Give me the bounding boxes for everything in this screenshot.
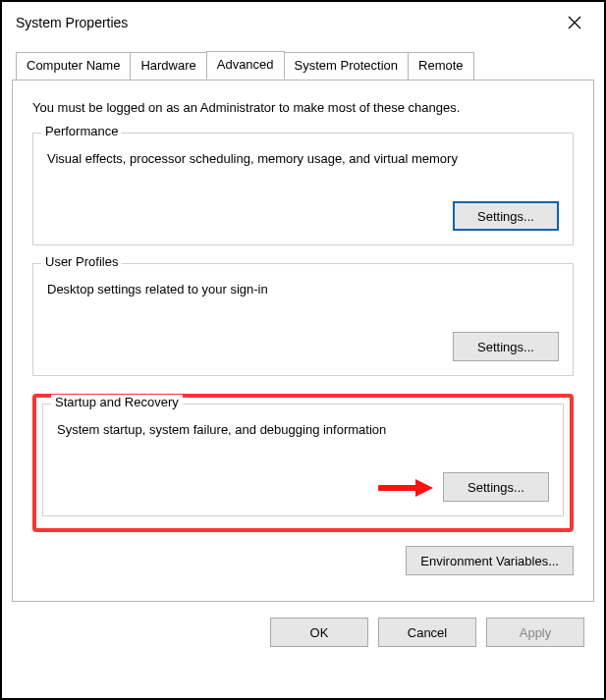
ok-button[interactable]: OK [270,618,368,647]
admin-note: You must be logged on as an Administrato… [32,100,574,115]
group-performance-desc: Visual effects, processor scheduling, me… [47,151,559,166]
startup-recovery-settings-button[interactable]: Settings... [443,472,549,502]
dialog-button-row: OK Cancel Apply [12,608,594,661]
arrow-icon [378,477,433,499]
group-startup-recovery-legend: Startup and Recovery [51,395,183,409]
tab-strip: Computer Name Hardware Advanced System P… [16,51,594,80]
group-user-profiles-legend: User Profiles [41,254,122,269]
tab-panel-advanced: You must be logged on as an Administrato… [12,80,594,602]
user-profiles-settings-button[interactable]: Settings... [453,332,559,361]
cancel-button[interactable]: Cancel [378,618,476,647]
dialog-content: Computer Name Hardware Advanced System P… [2,43,604,674]
group-startup-recovery: Startup and Recovery System startup, sys… [42,404,564,516]
tab-system-protection[interactable]: System Protection [284,52,410,81]
group-performance: Performance Visual effects, processor sc… [32,133,574,245]
svg-marker-3 [415,479,433,497]
close-icon [568,16,581,29]
group-user-profiles: User Profiles Desktop settings related t… [32,263,574,376]
apply-button[interactable]: Apply [486,618,584,647]
group-user-profiles-btnrow: Settings... [47,332,559,361]
titlebar: System Properties [2,2,604,43]
performance-settings-button[interactable]: Settings... [453,201,559,231]
group-startup-recovery-btnrow: Settings... [57,472,549,502]
group-user-profiles-desc: Desktop settings related to your sign-in [47,282,559,296]
env-vars-row: Environment Variables... [32,546,574,575]
annotation-highlight: Startup and Recovery System startup, sys… [32,394,574,532]
group-performance-legend: Performance [41,124,122,138]
tab-hardware[interactable]: Hardware [130,52,206,81]
group-performance-btnrow: Settings... [47,201,559,231]
environment-variables-button[interactable]: Environment Variables... [406,546,574,575]
tab-advanced[interactable]: Advanced [206,51,285,80]
tab-computer-name[interactable]: Computer Name [16,52,131,81]
close-button[interactable] [557,9,592,36]
group-startup-recovery-desc: System startup, system failure, and debu… [57,422,549,437]
window-title: System Properties [16,15,128,30]
tab-remote[interactable]: Remote [408,52,474,81]
